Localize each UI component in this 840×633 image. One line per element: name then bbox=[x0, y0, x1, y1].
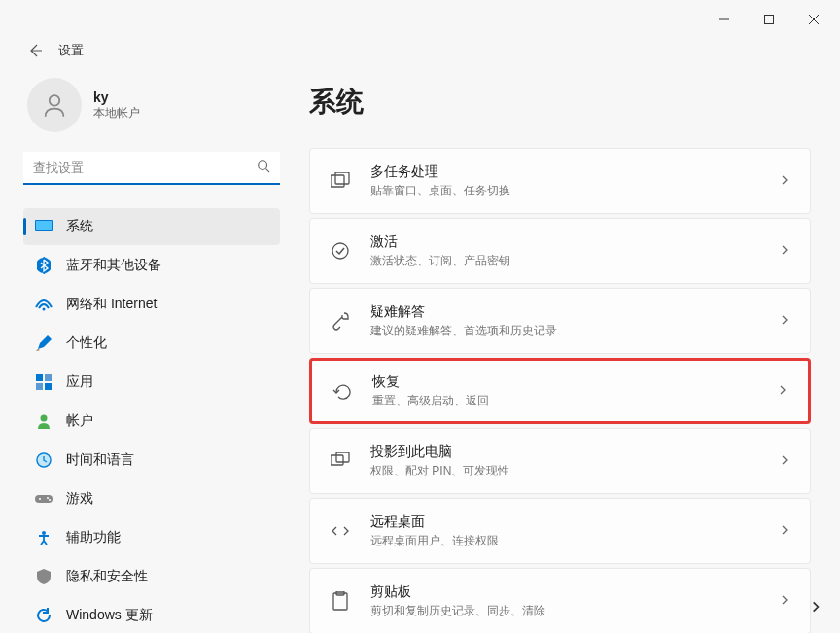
header-row: 设置 bbox=[0, 39, 840, 62]
back-button[interactable] bbox=[23, 39, 47, 62]
chevron-right-icon bbox=[779, 592, 790, 610]
sidebar-item-label: 网络和 Internet bbox=[66, 296, 157, 313]
maximize-button[interactable] bbox=[747, 4, 791, 35]
item-title: 远程桌面 bbox=[370, 513, 779, 531]
multitask-icon bbox=[330, 170, 351, 192]
settings-item-clipboard[interactable]: 剪贴板 剪切和复制历史记录、同步、清除 bbox=[309, 568, 811, 633]
svg-rect-18 bbox=[35, 495, 52, 503]
settings-window: 设置 ky 本地帐户 系统蓝牙和其他设备网络和 Internet个 bbox=[0, 0, 840, 633]
settings-item-remote[interactable]: 远程桌面 远程桌面用户、连接权限 bbox=[309, 498, 811, 564]
item-desc: 重置、高级启动、返回 bbox=[372, 393, 777, 409]
maximize-icon bbox=[764, 15, 774, 24]
close-button[interactable] bbox=[791, 4, 836, 35]
user-section[interactable]: ky 本地帐户 bbox=[23, 78, 280, 132]
chevron-right-icon bbox=[779, 172, 790, 190]
app-title: 设置 bbox=[58, 42, 84, 59]
gaming-icon bbox=[35, 490, 52, 508]
item-text: 远程桌面 远程桌面用户、连接权限 bbox=[370, 513, 779, 549]
settings-item-recovery[interactable]: 恢复 重置、高级启动、返回 bbox=[309, 358, 811, 424]
search-icon bbox=[257, 159, 270, 177]
system-icon bbox=[35, 218, 52, 235]
svg-point-20 bbox=[47, 497, 49, 499]
item-desc: 剪切和复制历史记录、同步、清除 bbox=[370, 603, 779, 619]
sidebar-item-account[interactable]: 帐户 bbox=[23, 403, 280, 440]
recovery-icon bbox=[332, 380, 353, 402]
sidebar-item-label: 时间和语言 bbox=[66, 451, 134, 469]
sidebar-item-label: 个性化 bbox=[66, 334, 107, 352]
svg-point-21 bbox=[49, 499, 51, 501]
update-icon bbox=[35, 607, 52, 624]
sidebar-item-label: 帐户 bbox=[66, 412, 93, 430]
back-arrow-icon bbox=[27, 43, 43, 58]
avatar bbox=[27, 78, 82, 132]
search-input[interactable] bbox=[23, 152, 280, 185]
sidebar-item-apps[interactable]: 应用 bbox=[23, 364, 280, 401]
sidebar-item-gaming[interactable]: 游戏 bbox=[23, 480, 280, 517]
settings-list: 多任务处理 贴靠窗口、桌面、任务切换 激活 激活状态、订阅、产品密钥 疑难解答 … bbox=[309, 148, 811, 633]
svg-rect-1 bbox=[765, 16, 774, 24]
settings-item-activation[interactable]: 激活 激活状态、订阅、产品密钥 bbox=[309, 218, 811, 284]
item-title: 投影到此电脑 bbox=[370, 443, 779, 461]
user-type: 本地帐户 bbox=[93, 105, 140, 122]
nav-list: 系统蓝牙和其他设备网络和 Internet个性化应用帐户时间和语言游戏辅助功能隐… bbox=[23, 208, 280, 633]
sidebar-item-time[interactable]: 时间和语言 bbox=[23, 441, 280, 478]
bluetooth-icon bbox=[35, 257, 52, 274]
item-text: 投影到此电脑 权限、配对 PIN、可发现性 bbox=[370, 443, 779, 479]
svg-point-22 bbox=[42, 531, 46, 535]
item-text: 激活 激活状态、订阅、产品密钥 bbox=[370, 233, 779, 269]
main-panel: 系统 多任务处理 贴靠窗口、桌面、任务切换 激活 激活状态、订阅、产品密钥 疑难… bbox=[292, 78, 840, 633]
svg-rect-24 bbox=[335, 172, 349, 184]
personalize-icon bbox=[35, 334, 52, 352]
settings-item-troubleshoot[interactable]: 疑难解答 建议的疑难解答、首选项和历史记录 bbox=[309, 288, 811, 354]
time-icon bbox=[35, 451, 52, 469]
item-title: 激活 bbox=[370, 233, 779, 251]
sidebar-item-label: 应用 bbox=[66, 373, 93, 391]
sidebar-item-system[interactable]: 系统 bbox=[23, 208, 280, 245]
titlebar bbox=[0, 0, 840, 39]
svg-point-19 bbox=[39, 498, 41, 500]
svg-point-17 bbox=[37, 453, 51, 467]
sidebar: ky 本地帐户 系统蓝牙和其他设备网络和 Internet个性化应用帐户时间和语… bbox=[0, 78, 292, 633]
svg-point-25 bbox=[332, 243, 348, 259]
svg-point-10 bbox=[43, 308, 46, 311]
item-desc: 权限、配对 PIN、可发现性 bbox=[370, 463, 779, 479]
user-icon bbox=[41, 91, 68, 119]
user-name: ky bbox=[93, 89, 140, 105]
sidebar-item-label: 游戏 bbox=[66, 490, 93, 508]
chevron-right-icon bbox=[779, 452, 790, 470]
troubleshoot-icon bbox=[330, 310, 351, 332]
minimize-icon bbox=[719, 15, 729, 24]
close-icon bbox=[809, 15, 819, 24]
svg-rect-13 bbox=[36, 383, 43, 390]
chevron-right-icon bbox=[779, 312, 790, 330]
svg-point-4 bbox=[50, 95, 60, 106]
item-title: 剪贴板 bbox=[370, 583, 779, 601]
remote-icon bbox=[330, 520, 351, 542]
item-title: 恢复 bbox=[372, 373, 777, 391]
sidebar-item-accessibility[interactable]: 辅助功能 bbox=[23, 519, 280, 556]
item-text: 恢复 重置、高级启动、返回 bbox=[372, 373, 777, 409]
sidebar-item-bluetooth[interactable]: 蓝牙和其他设备 bbox=[23, 247, 280, 284]
settings-item-multitask[interactable]: 多任务处理 贴靠窗口、桌面、任务切换 bbox=[309, 148, 811, 214]
project-icon bbox=[330, 450, 351, 472]
svg-point-15 bbox=[41, 415, 48, 422]
network-icon bbox=[35, 296, 52, 313]
apps-icon bbox=[35, 373, 52, 391]
sidebar-item-network[interactable]: 网络和 Internet bbox=[23, 286, 280, 323]
sidebar-item-personalize[interactable]: 个性化 bbox=[23, 325, 280, 362]
activation-icon bbox=[330, 240, 351, 262]
item-desc: 远程桌面用户、连接权限 bbox=[370, 533, 779, 549]
minimize-button[interactable] bbox=[702, 4, 747, 35]
svg-rect-23 bbox=[331, 175, 344, 187]
item-desc: 激活状态、订阅、产品密钥 bbox=[370, 253, 779, 269]
item-text: 疑难解答 建议的疑难解答、首选项和历史记录 bbox=[370, 303, 779, 339]
svg-point-5 bbox=[259, 161, 267, 170]
settings-item-project[interactable]: 投影到此电脑 权限、配对 PIN、可发现性 bbox=[309, 428, 811, 494]
sidebar-item-update[interactable]: Windows 更新 bbox=[23, 597, 280, 633]
sidebar-item-privacy[interactable]: 隐私和安全性 bbox=[23, 558, 280, 595]
page-title: 系统 bbox=[309, 84, 811, 121]
scroll-chevron-icon[interactable] bbox=[809, 600, 822, 617]
chevron-right-icon bbox=[779, 522, 790, 540]
item-title: 疑难解答 bbox=[370, 303, 779, 321]
item-text: 剪贴板 剪切和复制历史记录、同步、清除 bbox=[370, 583, 779, 619]
